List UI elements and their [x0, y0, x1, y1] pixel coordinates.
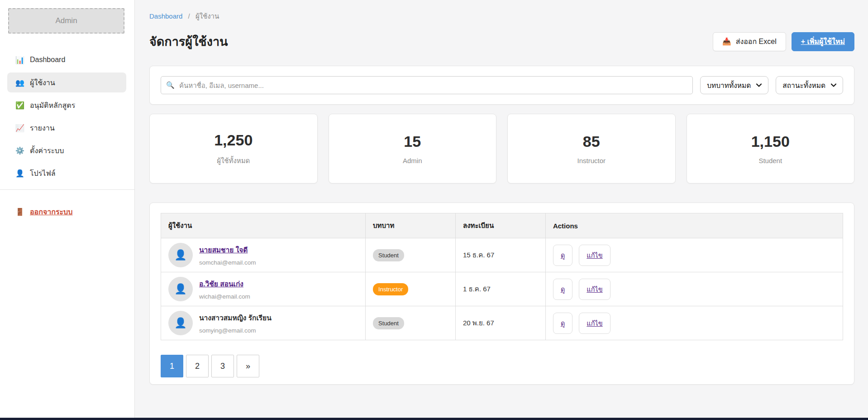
breadcrumb-current: ผู้ใช้งาน: [196, 12, 219, 20]
avatar: 👤: [168, 243, 193, 267]
view-label: ดู: [561, 252, 565, 259]
user-name-link[interactable]: อ.วิชัย สอนเก่ง: [199, 278, 250, 290]
chevron-down-icon: [756, 83, 762, 87]
stat-card: 85 Instructor: [507, 114, 676, 183]
filters-bar: 🔍 บทบาททั้งหมด สถานะทั้งหมด: [149, 66, 854, 105]
sidebar-item-label: Dashboard: [30, 56, 65, 64]
sidebar-item-icon: 📈: [15, 124, 24, 132]
logout-link[interactable]: 🚪 ออกจากระบบ: [7, 203, 126, 221]
row-actions: ดู แก้ไข: [553, 313, 835, 334]
stat-label: Instructor: [577, 157, 606, 164]
sidebar-item-icon: 📊: [15, 56, 24, 64]
role-filter-value: บทบาททั้งหมด: [707, 80, 751, 91]
person-icon: 👤: [174, 317, 186, 329]
search-input[interactable]: [161, 76, 693, 94]
view-button[interactable]: ดู: [553, 313, 572, 334]
status-filter-select[interactable]: สถานะทั้งหมด: [776, 76, 843, 94]
pagination-button[interactable]: 3: [211, 355, 234, 377]
view-label: ดู: [561, 286, 565, 293]
brand-label: Admin: [55, 16, 77, 25]
users-table-head: ผู้ใช้งาน บทบาท ลงทะเบียน Actions: [161, 213, 843, 238]
stat-value: 1,250: [214, 131, 253, 149]
page-header: จัดการผู้ใช้งาน 📥 ส่งออก Excel + เพิ่มผู…: [149, 32, 854, 51]
add-user-label: + เพิ่มผู้ใช้ใหม่: [801, 36, 845, 47]
role-badge: Student: [373, 249, 404, 261]
pagination: 1 2 3 »: [161, 355, 843, 377]
sidebar-item-label: รายงาน: [30, 122, 55, 134]
sidebar-item[interactable]: 📊 Dashboard: [7, 50, 126, 70]
edit-label: แก้ไข: [587, 286, 602, 293]
stat-card: 15 Admin: [329, 114, 497, 183]
table-row: 👤 อ.วิชัย สอนเก่ง wichai@email.com Inst: [161, 272, 843, 306]
header-actions: 📥 ส่งออก Excel + เพิ่มผู้ใช้ใหม่: [713, 32, 854, 51]
sidebar-item-label: โปรไฟล์: [30, 168, 56, 179]
users-table: ผู้ใช้งาน บทบาท ลงทะเบียน Actions: [161, 213, 843, 340]
sidebar-item[interactable]: ⚙️ ตั้งค่าระบบ: [7, 140, 126, 160]
pagination-button[interactable]: 1: [161, 355, 183, 377]
sidebar-menu: 📊 Dashboard 👥 ผู้ใช้งาน ✅ อนุมัติหลักสูต…: [0, 50, 134, 183]
user-name-link[interactable]: นายสมชาย ใจดี: [199, 244, 256, 256]
edit-button[interactable]: แก้ไข: [579, 245, 610, 266]
status-filter-value: สถานะทั้งหมด: [782, 80, 825, 91]
person-icon: 👤: [174, 283, 186, 295]
chevron-down-icon: [831, 83, 836, 87]
column-header-actions: Actions: [545, 213, 843, 238]
column-header-registered: ลงทะเบียน: [456, 213, 546, 238]
sidebar: Admin 📊 Dashboard 👥 ผู้ใช้งาน ✅ อนุมัติห…: [0, 0, 135, 420]
search-field-wrap: 🔍: [161, 76, 693, 94]
role-filter-select[interactable]: บทบาททั้งหมด: [700, 76, 768, 94]
download-icon: 📥: [722, 37, 731, 46]
view-button[interactable]: ดู: [553, 245, 572, 266]
user-email: wichai@email.com: [199, 293, 250, 300]
main-content: Dashboard / ผู้ใช้งาน จัดการผู้ใช้งาน 📥 …: [135, 0, 868, 420]
sidebar-item-icon: 👤: [15, 169, 24, 178]
breadcrumb-dashboard-link[interactable]: Dashboard: [149, 12, 182, 20]
user-cell: 👤 นายสมชาย ใจดี somchai@email.com: [168, 243, 358, 267]
edit-label: แก้ไข: [587, 320, 602, 327]
view-button[interactable]: ดู: [553, 279, 572, 300]
stat-label: ผู้ใช้ทั้งหมด: [217, 155, 250, 166]
sidebar-item[interactable]: 📈 รายงาน: [7, 118, 126, 138]
users-table-body: 👤 นายสมชาย ใจดี somchai@email.com Stude: [161, 238, 843, 340]
sidebar-item-label: อนุมัติหลักสูตร: [30, 100, 75, 111]
edit-button[interactable]: แก้ไข: [579, 279, 610, 300]
stat-value: 85: [583, 133, 600, 150]
sidebar-item-icon: ⚙️: [15, 146, 24, 155]
view-label: ดู: [561, 320, 565, 327]
role-badge: Student: [373, 317, 404, 329]
row-actions: ดู แก้ไข: [553, 245, 835, 266]
pagination-button[interactable]: »: [237, 355, 259, 377]
table-row: 👤 นายสมชาย ใจดี somchai@email.com Stude: [161, 238, 843, 272]
row-actions: ดู แก้ไข: [553, 279, 835, 300]
user-name-link: นางสาวสมหญิง รักเรียน: [199, 312, 272, 323]
export-excel-button[interactable]: 📥 ส่งออก Excel: [713, 32, 786, 51]
stat-value: 15: [404, 133, 421, 150]
registered-date: 1 ธ.ค. 67: [463, 285, 491, 293]
user-cell: 👤 นางสาวสมหญิง รักเรียน somying@email.co…: [168, 311, 358, 335]
stat-label: Student: [758, 157, 782, 164]
sidebar-item[interactable]: 👥 ผู้ใช้งาน: [7, 72, 126, 92]
edit-button[interactable]: แก้ไข: [579, 313, 610, 334]
pagination-button[interactable]: 2: [186, 355, 209, 377]
stat-label: Admin: [403, 157, 422, 164]
person-icon: 👤: [174, 249, 186, 261]
search-icon: 🔍: [166, 81, 175, 89]
stats-row: 1,250 ผู้ใช้ทั้งหมด 15 Admin 85 Instruct…: [149, 114, 854, 183]
sidebar-item-label: ผู้ใช้งาน: [30, 77, 55, 88]
role-badge: Instructor: [373, 283, 408, 295]
page-title: จัดการผู้ใช้งาน: [149, 32, 228, 51]
export-excel-label: ส่งออก Excel: [736, 36, 777, 47]
avatar: 👤: [168, 311, 193, 335]
stat-card: 1,250 ผู้ใช้ทั้งหมด: [149, 114, 318, 183]
user-email: somying@email.com: [199, 327, 256, 334]
add-user-button[interactable]: + เพิ่มผู้ใช้ใหม่: [792, 32, 854, 51]
edit-label: แก้ไข: [587, 252, 602, 259]
breadcrumb: Dashboard / ผู้ใช้งาน: [149, 11, 854, 22]
user-email: somchai@email.com: [199, 259, 256, 266]
sidebar-brand: Admin: [8, 8, 124, 34]
stat-value: 1,150: [751, 133, 790, 150]
sidebar-item-label: ตั้งค่าระบบ: [30, 145, 64, 156]
logout-label: ออกจากระบบ: [30, 206, 72, 217]
sidebar-item[interactable]: 👤 โปรไฟล์: [7, 163, 126, 183]
sidebar-item[interactable]: ✅ อนุมัติหลักสูตร: [7, 95, 126, 115]
